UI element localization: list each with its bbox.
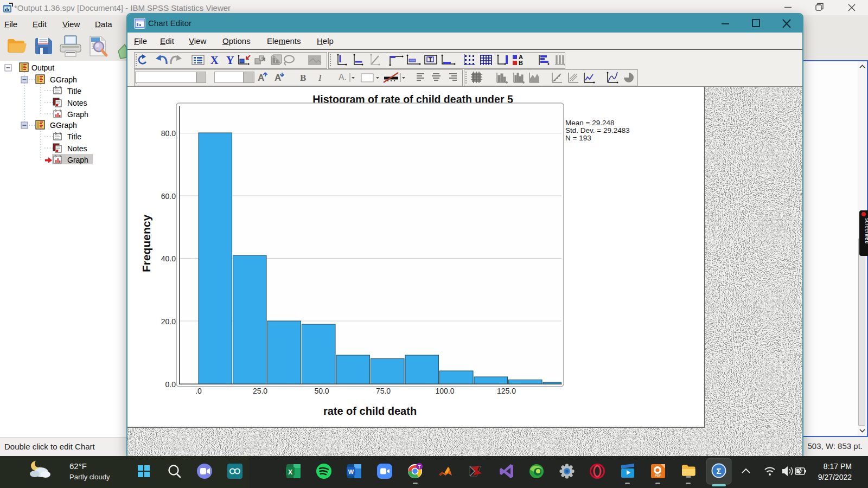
svg-text:75.0: 75.0 <box>376 386 391 395</box>
svg-text:X: X <box>210 54 219 66</box>
svg-text:PDF: PDF <box>655 474 661 477</box>
svg-text:.0: .0 <box>195 386 202 395</box>
svg-text:A: A <box>339 73 344 82</box>
svg-text:T: T <box>418 464 421 470</box>
svg-text:100.0: 100.0 <box>435 386 454 395</box>
svg-text:screenrec: screenrec <box>864 218 868 243</box>
svg-text:Σ: Σ <box>716 466 721 476</box>
svg-text:25.0: 25.0 <box>253 386 267 395</box>
svg-text:A: A <box>275 73 281 83</box>
svg-text:B: B <box>519 60 523 66</box>
svg-text:W: W <box>348 468 354 475</box>
svg-text:I: I <box>318 73 322 83</box>
svg-text:Frequency: Frequency <box>140 214 152 272</box>
svg-text:Y: Y <box>226 54 234 66</box>
svg-text:Mean = 29.248: Mean = 29.248 <box>565 119 614 127</box>
svg-text:0.0: 0.0 <box>165 380 176 388</box>
svg-text:X: X <box>288 468 292 476</box>
svg-text:40.0: 40.0 <box>161 254 176 263</box>
svg-text:60.0: 60.0 <box>161 191 176 200</box>
svg-text:80.0: 80.0 <box>161 129 176 138</box>
svg-text:Std. Dev. = 29.2483: Std. Dev. = 29.2483 <box>565 126 630 134</box>
svg-text:20.0: 20.0 <box>161 317 176 325</box>
svg-text:rate of child death: rate of child death <box>323 404 417 416</box>
svg-text:T: T <box>429 57 432 63</box>
svg-text:50.0: 50.0 <box>314 386 329 395</box>
svg-text:B: B <box>300 73 306 83</box>
svg-text:N = 193: N = 193 <box>565 134 591 142</box>
svg-text:125.0: 125.0 <box>497 386 516 395</box>
